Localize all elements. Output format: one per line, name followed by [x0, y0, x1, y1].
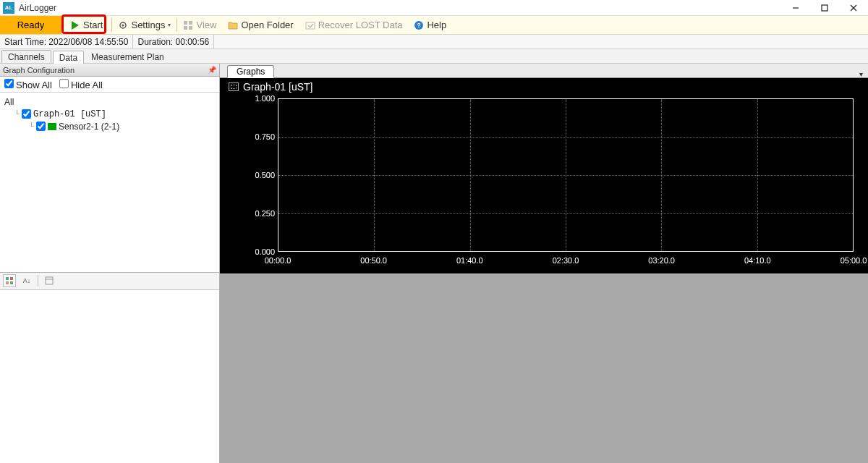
tree-sensor-node[interactable]: └ Sensor2-1 (2-1)	[4, 120, 215, 132]
settings-label: Settings	[131, 20, 165, 30]
chevron-down-icon: ▾	[168, 22, 171, 28]
svg-rect-7	[184, 21, 187, 25]
svg-rect-1	[822, 5, 827, 11]
status-indicator: Ready	[0, 16, 61, 34]
graph-title: Graph-01 [uST]	[229, 81, 313, 93]
tab-data[interactable]: Data	[53, 51, 84, 64]
help-icon: ?	[414, 20, 424, 30]
duration-label: Duration:	[137, 37, 173, 47]
show-all-checkbox[interactable]: Show All	[4, 79, 52, 90]
folder-icon	[228, 20, 238, 30]
svg-rect-15	[10, 277, 13, 280]
svg-rect-8	[189, 21, 192, 25]
x-tick: 00:00.0	[265, 256, 292, 265]
x-tick: 04:10.0	[744, 256, 771, 265]
categorized-button[interactable]	[3, 274, 16, 287]
svg-rect-9	[184, 26, 187, 30]
graph-config-title: Graph Configuration	[3, 66, 75, 75]
start-time-cell: Start Time: 2022/06/08 14:55:50	[0, 35, 133, 48]
duration-value: 00:00:56	[176, 37, 210, 47]
svg-text:?: ?	[417, 22, 422, 29]
info-bar: Start Time: 2022/06/08 14:55:50 Duration…	[0, 35, 868, 49]
start-button[interactable]: Start	[61, 16, 111, 34]
window-titlebar: AL AirLogger	[0, 0, 868, 16]
graph-area[interactable]: Graph-01 [uST] 1.000 0.750 0.500 0.250 0…	[220, 78, 868, 273]
settings-button[interactable]: Settings ▾	[112, 16, 176, 34]
view-label: View	[196, 20, 216, 30]
svg-rect-10	[189, 26, 192, 30]
tree-connector-icon: └	[14, 110, 20, 118]
tree-connector-icon: └	[29, 122, 34, 130]
x-tick: 05:00.0	[841, 256, 867, 265]
graph-checkbox[interactable]	[22, 109, 31, 119]
recover-button[interactable]: Recover LOST Data	[299, 16, 409, 34]
recover-icon	[305, 20, 315, 30]
graph-tree[interactable]: All └ Graph-01 [uST] └ Sensor2-1 (2-1)	[0, 93, 219, 273]
duration-cell: Duration: 00:00:56	[133, 35, 214, 48]
recover-label: Recover LOST Data	[318, 20, 403, 30]
minimize-button[interactable]	[781, 0, 810, 16]
y-tick: 0.750	[255, 132, 275, 141]
svg-marker-4	[72, 21, 79, 30]
start-label: Start	[83, 20, 103, 30]
svg-point-6	[122, 24, 124, 26]
maximize-button[interactable]	[810, 0, 839, 16]
hide-all-checkbox[interactable]: Hide All	[59, 79, 103, 90]
left-panel: Graph Configuration 📌 Show All Hide All …	[0, 64, 220, 463]
x-tick: 02:30.0	[553, 256, 579, 265]
start-time-label: Start Time:	[4, 37, 46, 47]
main-toolbar: Ready Start Settings ▾ View Open Folder …	[0, 16, 868, 35]
x-tick: 00:50.0	[360, 256, 387, 265]
pin-icon[interactable]: 📌	[208, 66, 216, 74]
y-tick: 0.250	[255, 209, 275, 218]
visibility-controls: Show All Hide All	[0, 77, 219, 93]
x-tick: 03:20.0	[648, 256, 675, 265]
app-icon: AL	[3, 2, 14, 14]
alphabetical-button[interactable]: A↓	[20, 274, 33, 287]
right-panel: Graphs ▾ Graph-01 [uST] 1.000	[220, 64, 868, 463]
graph-icon	[229, 82, 239, 91]
property-pages-button[interactable]	[43, 274, 56, 287]
svg-rect-17	[10, 281, 13, 284]
tree-root[interactable]: All	[4, 95, 215, 108]
x-tick: 01:40.0	[456, 256, 483, 265]
open-folder-button[interactable]: Open Folder	[222, 16, 299, 34]
panel-tabs: Channels Data Measurement Plan	[0, 49, 868, 64]
close-button[interactable]	[839, 0, 868, 16]
tab-channels[interactable]: Channels	[1, 50, 51, 63]
start-time-value: 2022/06/08 14:55:50	[48, 37, 128, 47]
y-tick: 1.000	[255, 94, 275, 103]
gear-icon	[118, 20, 128, 30]
tree-graph-node[interactable]: └ Graph-01 [uST]	[4, 108, 215, 120]
plot-region[interactable]	[278, 98, 854, 252]
help-label: Help	[427, 20, 446, 30]
graph-tab-row: Graphs ▾	[220, 64, 868, 78]
view-button[interactable]: View	[177, 16, 222, 34]
y-tick: 0.500	[255, 171, 275, 179]
sensor-checkbox[interactable]	[36, 122, 46, 131]
svg-rect-16	[6, 281, 9, 284]
property-toolbar: A↓	[0, 273, 219, 290]
open-folder-label: Open Folder	[241, 20, 293, 30]
app-title: AirLogger	[19, 3, 781, 13]
play-icon	[70, 20, 80, 30]
graph-config-header: Graph Configuration 📌	[0, 64, 219, 77]
y-tick: 0.000	[255, 247, 275, 256]
grid-icon	[183, 20, 193, 30]
tab-measurement-plan[interactable]: Measurement Plan	[85, 50, 170, 63]
sensor-color-swatch	[48, 123, 56, 130]
graph-tab-dropdown[interactable]: ▾	[856, 70, 868, 78]
help-button[interactable]: ? Help	[408, 16, 452, 34]
tab-graphs[interactable]: Graphs	[227, 65, 274, 78]
svg-rect-18	[46, 277, 53, 284]
property-grid[interactable]	[0, 290, 219, 464]
svg-rect-14	[6, 277, 9, 280]
